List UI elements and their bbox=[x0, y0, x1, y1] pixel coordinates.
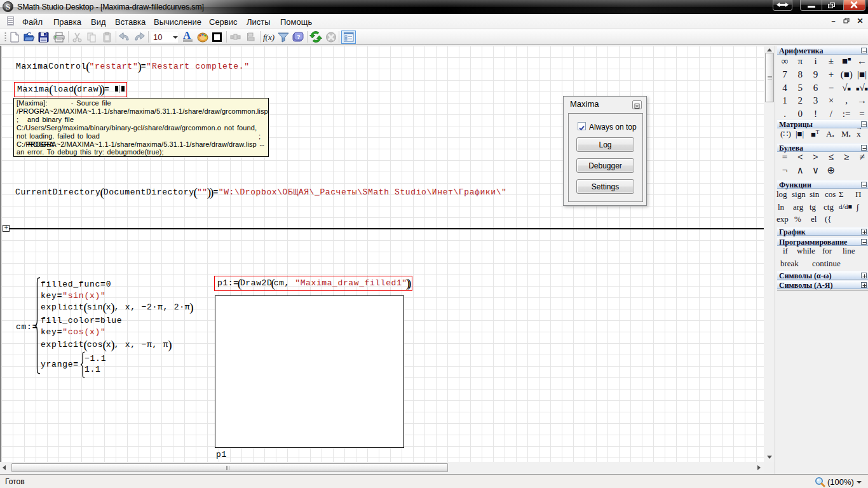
svg-text:?: ? bbox=[297, 34, 301, 40]
